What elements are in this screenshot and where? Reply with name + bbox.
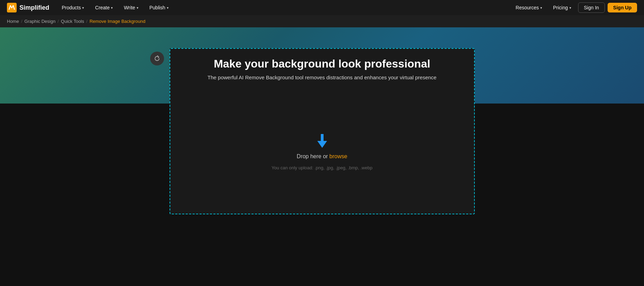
breadcrumb-home[interactable]: Home bbox=[7, 19, 19, 24]
signup-button[interactable]: Sign Up bbox=[608, 3, 637, 12]
nav-publish[interactable]: Publish ▾ bbox=[145, 3, 173, 12]
svg-rect-1 bbox=[321, 134, 324, 142]
browse-link[interactable]: browse bbox=[329, 153, 347, 159]
breadcrumb-sep-2: / bbox=[58, 19, 59, 24]
breadcrumb-graphic-design[interactable]: Graphic Design bbox=[24, 19, 55, 24]
nav-pricing[interactable]: Pricing ▾ bbox=[549, 3, 575, 12]
refresh-icon bbox=[154, 55, 160, 62]
pricing-chevron-icon: ▾ bbox=[569, 6, 571, 10]
upload-container: Drop here or browse You can only upload:… bbox=[170, 48, 475, 214]
nav-right: Resources ▾ Pricing ▾ Sign In Sign Up bbox=[512, 2, 637, 13]
breadcrumb-sep-1: / bbox=[21, 19, 23, 24]
navbar: Simplified Products ▾ Create ▾ Write ▾ P… bbox=[0, 0, 644, 15]
products-chevron-icon: ▾ bbox=[82, 6, 84, 10]
publish-chevron-icon: ▾ bbox=[167, 6, 169, 10]
drop-arrow-icon bbox=[317, 134, 327, 148]
nav-resources[interactable]: Resources ▾ bbox=[512, 3, 546, 12]
drop-text: Drop here or browse bbox=[297, 153, 347, 160]
nav-create[interactable]: Create ▾ bbox=[91, 3, 117, 12]
create-chevron-icon: ▾ bbox=[111, 6, 113, 10]
nav-write[interactable]: Write ▾ bbox=[120, 3, 142, 12]
write-chevron-icon: ▾ bbox=[137, 6, 138, 10]
resources-chevron-icon: ▾ bbox=[540, 6, 542, 10]
breadcrumb-quick-tools[interactable]: Quick Tools bbox=[61, 19, 84, 24]
breadcrumb-current: Remove Image Background bbox=[89, 19, 145, 24]
upload-dropzone[interactable]: Drop here or browse You can only upload:… bbox=[170, 48, 475, 214]
main-content: Drop here or browse You can only upload:… bbox=[0, 104, 644, 228]
drop-arrow-container bbox=[317, 134, 327, 148]
logo-text: Simplified bbox=[19, 4, 49, 11]
breadcrumb: Home / Graphic Design / Quick Tools / Re… bbox=[0, 15, 644, 27]
upload-hint: You can only upload: .png, .jpg, .jpeg, … bbox=[272, 165, 372, 170]
svg-marker-2 bbox=[317, 141, 327, 148]
refresh-button[interactable] bbox=[150, 52, 164, 65]
simplified-logo-icon bbox=[7, 3, 17, 12]
signin-button[interactable]: Sign In bbox=[578, 2, 605, 13]
hero-title: Make your background look professional bbox=[214, 57, 430, 70]
breadcrumb-sep-3: / bbox=[86, 19, 88, 24]
hero-subtitle: The powerful AI Remove Background tool r… bbox=[207, 74, 436, 80]
nav-products[interactable]: Products ▾ bbox=[58, 3, 88, 12]
logo[interactable]: Simplified bbox=[7, 3, 49, 12]
